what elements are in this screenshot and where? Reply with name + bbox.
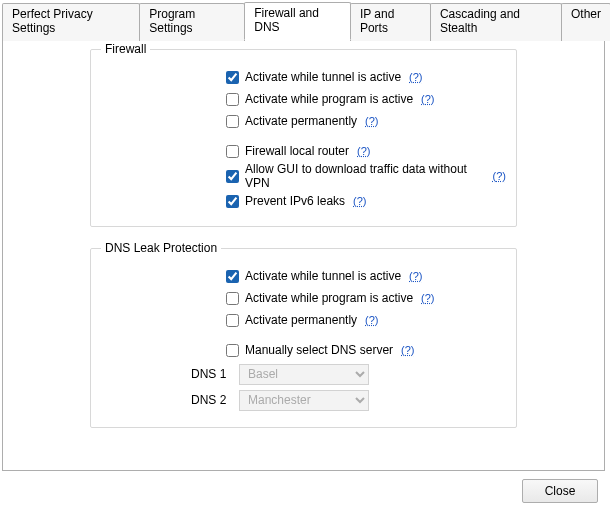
help-icon[interactable]: (?) <box>365 314 378 326</box>
help-icon[interactable]: (?) <box>353 195 366 207</box>
dns-activate-tunnel-checkbox[interactable] <box>226 270 239 283</box>
dns-manual-label: Manually select DNS server <box>245 343 393 357</box>
dns2-label: DNS 2 <box>191 393 239 407</box>
firewall-group: Firewall Activate while tunnel is active… <box>90 42 517 227</box>
firewall-local-router-checkbox[interactable] <box>226 145 239 158</box>
dns1-label: DNS 1 <box>191 367 239 381</box>
firewall-activate-program-label: Activate while program is active <box>245 92 413 106</box>
dns-legend: DNS Leak Protection <box>101 241 221 255</box>
help-icon[interactable]: (?) <box>421 93 434 105</box>
firewall-gui-download-checkbox[interactable] <box>226 170 239 183</box>
dns-activate-perm-label: Activate permanently <box>245 313 357 327</box>
firewall-ipv6-checkbox[interactable] <box>226 195 239 208</box>
help-icon[interactable]: (?) <box>493 170 506 182</box>
firewall-gui-download-label: Allow GUI to download traffic data witho… <box>245 162 485 190</box>
dns2-select[interactable]: Manchester <box>239 390 369 411</box>
help-icon[interactable]: (?) <box>365 115 378 127</box>
help-icon[interactable]: (?) <box>357 145 370 157</box>
firewall-local-router-label: Firewall local router <box>245 144 349 158</box>
help-icon[interactable]: (?) <box>409 270 422 282</box>
firewall-activate-perm-checkbox[interactable] <box>226 115 239 128</box>
firewall-activate-tunnel-checkbox[interactable] <box>226 71 239 84</box>
dns-activate-perm-checkbox[interactable] <box>226 314 239 327</box>
firewall-legend: Firewall <box>101 42 150 56</box>
help-icon[interactable]: (?) <box>421 292 434 304</box>
tab-panel: Firewall Activate while tunnel is active… <box>2 24 605 471</box>
dns-activate-program-checkbox[interactable] <box>226 292 239 305</box>
close-button[interactable]: Close <box>522 479 598 503</box>
dns-group: DNS Leak Protection Activate while tunne… <box>90 241 517 428</box>
help-icon[interactable]: (?) <box>401 344 414 356</box>
dns-activate-tunnel-label: Activate while tunnel is active <box>245 269 401 283</box>
dns-activate-program-label: Activate while program is active <box>245 291 413 305</box>
firewall-activate-tunnel-label: Activate while tunnel is active <box>245 70 401 84</box>
firewall-ipv6-label: Prevent IPv6 leaks <box>245 194 345 208</box>
dns-manual-checkbox[interactable] <box>226 344 239 357</box>
firewall-activate-perm-label: Activate permanently <box>245 114 357 128</box>
dns1-select[interactable]: Basel <box>239 364 369 385</box>
help-icon[interactable]: (?) <box>409 71 422 83</box>
firewall-activate-program-checkbox[interactable] <box>226 93 239 106</box>
